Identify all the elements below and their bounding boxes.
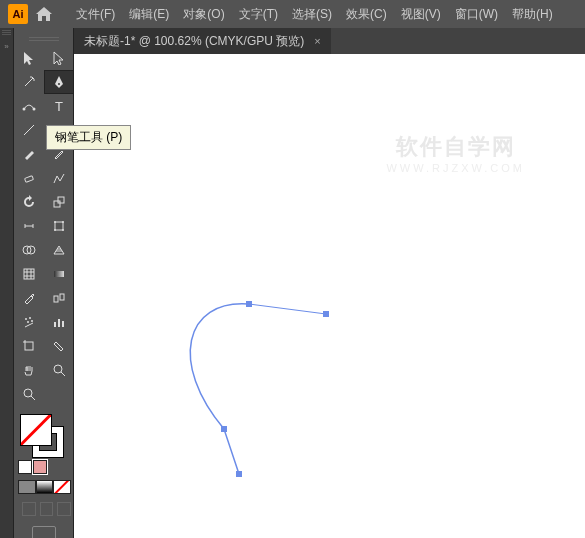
color-mode-solid[interactable] <box>18 480 36 494</box>
menu-help[interactable]: 帮助(H) <box>508 6 557 23</box>
svg-point-0 <box>23 108 26 111</box>
close-icon[interactable]: × <box>314 35 320 47</box>
expand-arrows-icon[interactable]: » <box>0 42 13 51</box>
svg-rect-29 <box>62 321 64 327</box>
magic-wand-tool[interactable] <box>14 70 44 94</box>
watermark-text-1: 软件自学网 <box>386 132 525 162</box>
svg-point-9 <box>54 221 56 223</box>
svg-point-12 <box>62 229 64 231</box>
toolbox: T <box>14 28 74 538</box>
svg-rect-30 <box>25 342 33 350</box>
type-tool[interactable]: T <box>44 94 74 118</box>
blend-tool[interactable] <box>44 286 74 310</box>
document-title: 未标题-1* @ 100.62% (CMYK/GPU 预览) <box>84 33 304 50</box>
canvas[interactable]: 软件自学网 WWW.RJZXW.COM <box>74 54 585 538</box>
zoom-tool-extra[interactable] <box>14 382 44 406</box>
control-handle[interactable] <box>323 311 329 317</box>
pen-tooltip: 钢笔工具 (P) <box>46 125 131 150</box>
draw-behind-icon[interactable] <box>40 502 54 516</box>
svg-rect-21 <box>54 296 58 302</box>
app-logo[interactable]: Ai <box>8 4 28 24</box>
svg-point-24 <box>29 317 31 319</box>
symbol-sprayer-tool[interactable] <box>14 310 44 334</box>
selection-tool[interactable] <box>14 46 44 70</box>
color-mode-none[interactable] <box>53 480 71 494</box>
svg-line-37 <box>249 304 326 314</box>
svg-rect-8 <box>55 222 63 230</box>
svg-rect-28 <box>58 319 60 327</box>
screen-mode-icon[interactable] <box>32 526 56 538</box>
eyedropper-tool[interactable] <box>14 286 44 310</box>
draw-normal-icon[interactable] <box>22 502 36 516</box>
menu-edit[interactable]: 编辑(E) <box>125 6 173 23</box>
scale-tool[interactable] <box>44 190 74 214</box>
swap-colors-icon[interactable] <box>33 460 47 474</box>
slice-tool[interactable] <box>44 334 74 358</box>
document-tab[interactable]: 未标题-1* @ 100.62% (CMYK/GPU 预览) × <box>74 28 331 54</box>
svg-point-25 <box>27 321 29 323</box>
svg-point-1 <box>33 108 36 111</box>
menu-view[interactable]: 视图(V) <box>397 6 445 23</box>
svg-point-11 <box>54 229 56 231</box>
svg-rect-6 <box>54 201 60 207</box>
menu-select[interactable]: 选择(S) <box>288 6 336 23</box>
menu-effect[interactable]: 效果(C) <box>342 6 391 23</box>
svg-rect-7 <box>58 197 64 203</box>
menu-text[interactable]: 文字(T) <box>235 6 282 23</box>
menubar: Ai 文件(F) 编辑(E) 对象(O) 文字(T) 选择(S) 效果(C) 视… <box>0 0 585 28</box>
vector-path[interactable] <box>164 264 364 494</box>
hand-tool[interactable] <box>14 358 44 382</box>
artboard-tool[interactable] <box>14 334 44 358</box>
anchor-point[interactable] <box>236 471 242 477</box>
svg-point-23 <box>25 318 27 320</box>
free-transform-tool[interactable] <box>44 214 74 238</box>
shape-builder-tool[interactable] <box>14 238 44 262</box>
rotate-tool[interactable] <box>14 190 44 214</box>
width-tool[interactable] <box>14 214 44 238</box>
svg-rect-20 <box>54 271 64 277</box>
svg-rect-15 <box>24 269 34 279</box>
anchor-point[interactable] <box>221 426 227 432</box>
svg-rect-27 <box>54 322 56 327</box>
default-colors-icon[interactable] <box>18 460 32 474</box>
svg-point-26 <box>31 320 33 322</box>
pen-tool[interactable] <box>44 70 74 94</box>
fill-stroke-swatches[interactable] <box>20 414 64 458</box>
anchor-point[interactable] <box>246 301 252 307</box>
svg-point-10 <box>62 221 64 223</box>
mesh-tool[interactable] <box>14 262 44 286</box>
svg-text:T: T <box>55 99 63 113</box>
svg-line-36 <box>31 396 35 400</box>
perspective-grid-tool[interactable] <box>44 238 74 262</box>
empty-tool-slot <box>44 382 74 406</box>
color-mode-gradient[interactable] <box>36 480 54 494</box>
narrow-panel-strip: » <box>0 28 14 538</box>
color-mode-row <box>18 480 71 494</box>
svg-rect-22 <box>60 294 64 300</box>
curvature-tool[interactable] <box>14 94 44 118</box>
gradient-tool[interactable] <box>44 262 74 286</box>
column-graph-tool[interactable] <box>44 310 74 334</box>
watermark: 软件自学网 WWW.RJZXW.COM <box>386 132 525 174</box>
menu-object[interactable]: 对象(O) <box>179 6 228 23</box>
draw-inside-icon[interactable] <box>57 502 71 516</box>
paintbrush-tool[interactable] <box>14 142 44 166</box>
watermark-text-2: WWW.RJZXW.COM <box>386 162 525 174</box>
shaper-tool[interactable] <box>44 166 74 190</box>
svg-line-3 <box>24 125 34 135</box>
fill-color[interactable] <box>20 414 52 446</box>
menu-window[interactable]: 窗口(W) <box>451 6 502 23</box>
menu-file[interactable]: 文件(F) <box>72 6 119 23</box>
svg-line-34 <box>61 372 65 376</box>
draw-mode-row <box>22 502 71 516</box>
color-section <box>14 412 73 538</box>
document-tab-bar: 未标题-1* @ 100.62% (CMYK/GPU 预览) × <box>74 28 585 54</box>
eraser-tool[interactable] <box>14 166 44 190</box>
home-icon[interactable] <box>34 4 54 24</box>
svg-point-35 <box>24 389 32 397</box>
zoom-tool[interactable] <box>44 358 74 382</box>
line-tool[interactable] <box>14 118 44 142</box>
svg-point-33 <box>54 365 62 373</box>
svg-rect-5 <box>25 176 34 182</box>
direct-selection-tool[interactable] <box>44 46 74 70</box>
